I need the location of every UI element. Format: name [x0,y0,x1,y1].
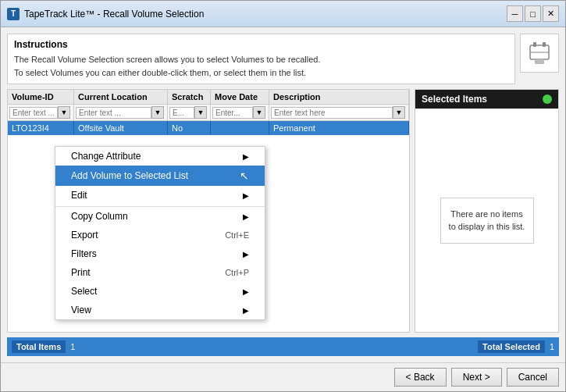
right-panel: Selected Items There are no items to dis… [415,89,559,333]
main-window: T TapeTrack Lite™ - Recall Volume Select… [0,0,566,392]
svg-rect-2 [543,42,546,47]
title-bar: T TapeTrack Lite™ - Recall Volume Select… [1,1,565,27]
arrow-change-attribute: ▶ [243,152,249,161]
filter-btn-curr-loc[interactable]: ▼ [151,106,164,119]
context-menu: Change Attribute ▶ Add Volume to Selecte… [55,146,265,320]
status-dot [543,94,552,104]
minimize-button[interactable]: ─ [507,5,523,22]
instructions-line2: To select Volumes you can either double-… [14,66,508,80]
scanner-svg [525,39,554,67]
cell-vol-id: LTO123I4 [8,121,74,135]
menu-item-add-volume[interactable]: Add Volume to Selected List ↖ [55,166,265,186]
no-items-message: There are no items to display in this li… [440,198,534,244]
window-title: TapeTrack Lite™ - Recall Volume Selectio… [24,9,204,20]
selected-items-title: Selected Items [422,94,487,105]
cell-curr-loc: Offsite Vault [74,121,168,135]
table-section: Volume-ID Current Location Scratch Move … [7,89,410,333]
window-controls: ─ □ ✕ [507,5,559,22]
instructions-section: Instructions The Recall Volume Selection… [7,34,515,84]
title-bar-left: T TapeTrack Lite™ - Recall Volume Select… [7,8,204,20]
filter-cell-vol-id: ▼ [8,105,74,120]
back-button[interactable]: < Back [394,368,447,387]
shortcut-export: Ctrl+E [225,230,249,240]
scanner-icon-box [520,34,559,73]
maximize-button[interactable]: □ [525,5,541,22]
table-row[interactable]: LTO123I4 Offsite Vault No Permanent [8,121,409,135]
instructions-title: Instructions [14,39,508,50]
filter-cell-curr-loc: ▼ [74,105,168,120]
filter-btn-desc[interactable]: ▼ [393,106,405,119]
menu-item-copy-column[interactable]: Copy Column ▶ [55,206,265,226]
selected-items-header: Selected Items [415,90,558,109]
app-icon: T [7,8,20,20]
cell-scratch: No [168,121,211,135]
filter-input-curr-loc[interactable] [76,107,151,119]
main-area: Volume-ID Current Location Scratch Move … [7,89,559,333]
col-header-volume-id: Volume-ID [8,90,74,104]
menu-item-export[interactable]: Export Ctrl+E [55,226,265,244]
menu-item-edit[interactable]: Edit ▶ [55,186,265,205]
col-header-current-location: Current Location [74,90,168,104]
next-button[interactable]: Next > [451,368,502,387]
menu-item-view[interactable]: View ▶ [55,301,265,319]
cancel-button[interactable]: Cancel [507,368,559,387]
col-header-scratch: Scratch [168,90,211,104]
filter-btn-move-date[interactable]: ▼ [253,106,265,119]
arrow-view: ▶ [243,306,249,315]
arrow-filters: ▶ [243,250,249,258]
menu-item-select[interactable]: Select ▶ [55,282,265,301]
arrow-edit: ▶ [243,191,249,200]
svg-rect-1 [533,42,536,47]
cell-move-date [211,121,269,135]
status-bar: Total Items 1 Total Selected 1 [7,337,559,356]
filter-input-move-date[interactable] [212,107,253,119]
filter-row: ▼ ▼ ▼ ▼ ▼ [8,105,409,121]
svg-rect-4 [535,59,544,64]
table-header: Volume-ID Current Location Scratch Move … [8,90,409,105]
cursor-icon: ↖ [240,169,249,182]
total-selected-value: 1 [550,342,554,351]
total-selected-label: Total Selected [478,340,545,353]
filter-cell-move-date: ▼ [211,105,269,120]
cell-desc: Permanent [269,121,409,135]
filter-btn-scratch[interactable]: ▼ [194,106,207,119]
filter-input-desc[interactable] [271,107,393,119]
menu-item-filters[interactable]: Filters ▶ [55,244,265,263]
menu-item-change-attribute[interactable]: Change Attribute ▶ [55,147,265,166]
col-header-move-date: Move Date [211,90,269,104]
arrow-select: ▶ [243,287,249,296]
filter-btn-vol-id[interactable]: ▼ [58,106,70,119]
filter-input-vol-id[interactable] [9,107,58,119]
filter-input-scratch[interactable] [169,107,194,119]
col-header-description: Description [269,90,409,104]
close-button[interactable]: ✕ [543,5,559,22]
filter-cell-desc: ▼ [269,105,409,120]
total-items-value: 1 [70,342,75,351]
filter-cell-scratch: ▼ [168,105,211,120]
menu-item-print[interactable]: Print Ctrl+P [55,263,265,282]
selected-items-box: Selected Items There are no items to dis… [415,89,559,333]
total-items-label: Total Items [12,340,66,353]
instructions-line1: The Recall Volume Selection screen allow… [14,53,508,66]
content-area: Instructions The Recall Volume Selection… [1,27,565,362]
arrow-copy-column: ▶ [243,212,249,221]
selected-items-content: There are no items to display in this li… [415,109,558,332]
shortcut-print: Ctrl+P [225,268,249,277]
bottom-bar: < Back Next > Cancel [1,362,565,391]
